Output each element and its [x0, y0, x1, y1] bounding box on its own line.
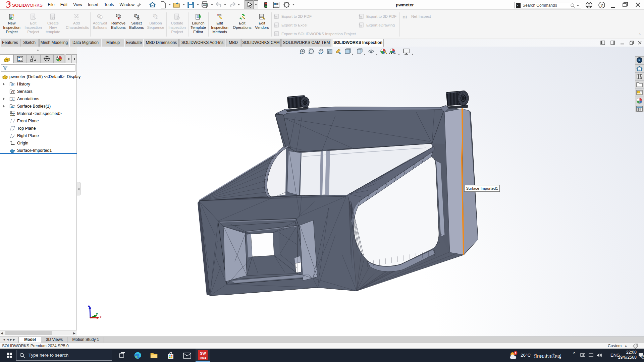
svg-text:z: z [88, 303, 90, 307]
svg-text:x: x [100, 315, 102, 319]
svg-text:1: 1 [119, 15, 120, 17]
svg-text:SOLID: SOLID [12, 3, 26, 8]
svg-text:2: 2 [156, 16, 157, 18]
svg-text:WORKS: WORKS [25, 3, 43, 8]
svg-text:?: ? [601, 3, 603, 8]
svg-text:1: 1 [135, 14, 137, 17]
svg-text:A: A [339, 52, 341, 55]
svg-text:y: y [96, 312, 98, 316]
svg-text:1: 1 [100, 16, 102, 18]
svg-text:1: 1 [154, 14, 155, 17]
svg-text:2: 2 [642, 356, 644, 359]
svg-text:1: 1 [117, 14, 118, 17]
svg-text:A: A [11, 98, 14, 101]
svg-text:1: 1 [98, 15, 100, 17]
svg-text:1: 1 [515, 352, 517, 355]
